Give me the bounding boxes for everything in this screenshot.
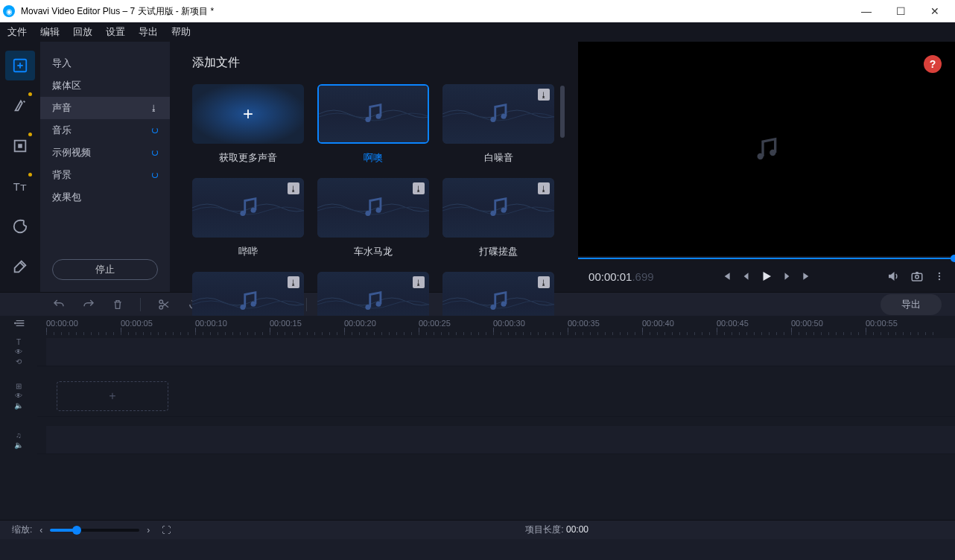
svg-point-18 <box>490 304 495 309</box>
zoom-out-button[interactable]: ‹ <box>39 525 42 535</box>
video-track[interactable]: ⊞👁🔈 + <box>37 375 955 417</box>
tile-thumbnail[interactable]: + <box>192 84 304 144</box>
time-ruler[interactable]: 00:00:0000:00:0500:00:1000:00:1500:00:20… <box>46 316 955 328</box>
download-icon[interactable]: ⭳ <box>538 182 550 194</box>
maximize-button[interactable]: ☐ <box>883 0 918 22</box>
eye-icon[interactable]: 👁 <box>15 348 22 356</box>
scrub-bar[interactable] <box>578 256 955 261</box>
download-icon: ⭳ <box>150 104 158 112</box>
sound-tile[interactable]: ⭳车水马龙 <box>317 178 429 258</box>
drop-zone[interactable]: + <box>57 381 168 411</box>
download-icon[interactable]: ⭳ <box>413 276 425 288</box>
cut-button[interactable] <box>157 298 171 311</box>
undo-button[interactable] <box>52 298 66 311</box>
stop-button[interactable]: 停止 <box>52 259 158 280</box>
download-icon[interactable]: ⭳ <box>288 276 299 288</box>
next-clip-button[interactable] <box>802 271 812 281</box>
title-track[interactable]: T👁⟲ <box>37 338 955 366</box>
svg-point-8 <box>240 210 245 215</box>
svg-point-26 <box>939 279 940 280</box>
volume-button[interactable] <box>886 270 900 283</box>
menu-file[interactable]: 文件 <box>7 25 27 39</box>
import-item-import[interactable]: 导入 <box>40 52 170 74</box>
tile-label: 啊噢 <box>364 151 383 165</box>
tool-transitions[interactable] <box>5 131 35 161</box>
import-list: 导入 媒体区 声音⭳ 音乐 示例视频 背景 效果包 <box>40 42 170 253</box>
import-item-music[interactable]: 音乐 <box>40 119 170 141</box>
tool-filters[interactable] <box>5 91 35 121</box>
tool-import[interactable] <box>5 51 35 80</box>
sound-tile[interactable]: ⭳打碟搓盘 <box>442 178 554 258</box>
preview-video[interactable] <box>578 42 955 256</box>
sound-tile[interactable]: ⭳白噪音 <box>442 84 554 165</box>
tool-titles[interactable]: Tᴛ <box>5 171 35 201</box>
download-icon[interactable]: ⭳ <box>538 89 550 101</box>
tile-thumbnail[interactable]: ⭳ <box>317 178 429 238</box>
svg-point-5 <box>376 113 381 118</box>
more-options-button[interactable] <box>934 270 945 283</box>
tile-thumbnail[interactable] <box>317 84 429 144</box>
menu-export[interactable]: 导出 <box>139 25 158 39</box>
timecode: 00:00:01.699 <box>588 270 654 283</box>
sound-tile[interactable]: +获取更多声音 <box>192 84 304 165</box>
delete-button[interactable] <box>112 298 124 311</box>
menu-playback[interactable]: 回放 <box>73 25 92 39</box>
speaker-icon[interactable]: 🔈 <box>14 441 23 449</box>
import-item-effects[interactable]: 效果包 <box>40 186 170 209</box>
minimize-button[interactable]: — <box>849 0 883 22</box>
tool-more[interactable] <box>5 252 35 281</box>
download-icon[interactable]: ⭳ <box>413 182 425 194</box>
title-track-head[interactable]: T👁⟲ <box>7 338 30 366</box>
menu-settings[interactable]: 设置 <box>106 25 125 39</box>
close-button[interactable]: ✕ <box>918 0 952 22</box>
audio-track[interactable]: ♫🔈 <box>37 426 955 454</box>
bottom-bar: 缩放: ‹ › ⛶ 项目长度: 00:00 <box>0 520 955 539</box>
eye-icon[interactable]: 👁 <box>15 392 22 400</box>
import-item-sample-video[interactable]: 示例视频 <box>40 141 170 164</box>
svg-point-28 <box>159 300 163 304</box>
step-forward-button[interactable] <box>782 271 793 281</box>
prev-clip-button[interactable] <box>721 271 732 281</box>
snapshot-button[interactable] <box>910 270 924 283</box>
scrollbar[interactable] <box>560 84 565 308</box>
svg-point-15 <box>251 301 256 306</box>
menu-edit[interactable]: 编辑 <box>40 25 60 39</box>
music-note-icon <box>361 194 386 222</box>
audio-track-head[interactable]: ♫🔈 <box>7 431 30 449</box>
preview-panel: ? 00:00:01.699 <box>578 42 955 292</box>
step-back-button[interactable] <box>740 271 751 281</box>
svg-text:Tᴛ: Tᴛ <box>13 181 27 193</box>
svg-rect-2 <box>18 144 22 148</box>
zoom-slider[interactable] <box>50 529 139 532</box>
zoom-fit-button[interactable]: ⛶ <box>162 525 171 535</box>
menu-help[interactable]: 帮助 <box>171 25 191 39</box>
music-note-icon <box>486 194 511 222</box>
music-note-icon <box>361 288 386 316</box>
tool-stickers[interactable] <box>5 211 35 241</box>
svg-point-16 <box>365 304 370 309</box>
redo-button[interactable] <box>82 298 95 311</box>
tile-thumbnail[interactable]: ⭳ <box>442 178 554 238</box>
music-note-icon <box>361 101 386 128</box>
import-item-background[interactable]: 背景 <box>40 164 170 186</box>
music-note-icon <box>235 288 261 316</box>
import-item-media[interactable]: 媒体区 <box>40 74 170 97</box>
play-button[interactable] <box>760 270 773 283</box>
speaker-icon[interactable]: 🔈 <box>14 401 23 410</box>
link-icon[interactable]: ⟲ <box>16 357 22 366</box>
svg-point-20 <box>758 153 764 159</box>
music-note-icon <box>486 101 511 128</box>
tile-thumbnail[interactable]: ⭳ <box>192 178 304 238</box>
sound-tile[interactable]: ⭳哔哔 <box>192 178 304 258</box>
sound-tile[interactable]: 啊噢 <box>317 84 429 165</box>
add-track-button[interactable] <box>13 317 27 331</box>
download-icon[interactable]: ⭳ <box>538 276 550 288</box>
timeline: 00:00:0000:00:0500:00:1000:00:1500:00:20… <box>0 316 955 539</box>
tile-thumbnail[interactable]: ⭳ <box>442 84 554 144</box>
export-button[interactable]: 导出 <box>881 294 942 315</box>
import-item-sound[interactable]: 声音⭳ <box>40 97 170 119</box>
download-icon[interactable]: ⭳ <box>288 182 299 194</box>
video-track-head[interactable]: ⊞👁🔈 <box>7 382 30 410</box>
zoom-in-button[interactable]: › <box>147 525 150 535</box>
content-title: 添加文件 <box>192 55 565 71</box>
